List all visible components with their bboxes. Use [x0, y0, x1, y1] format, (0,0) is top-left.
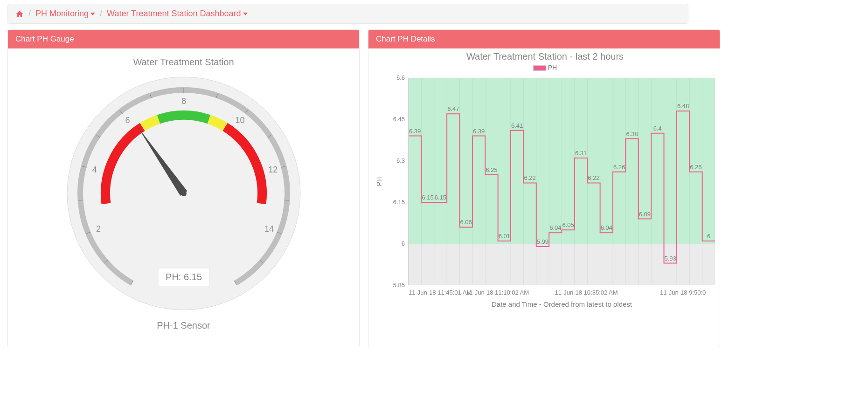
svg-text:11-Jun-18 11:45:01 AM: 11-Jun-18 11:45:01 AM — [409, 289, 472, 296]
svg-text:6.26: 6.26 — [613, 164, 625, 171]
svg-text:6.39: 6.39 — [473, 128, 485, 135]
svg-text:6.38: 6.38 — [626, 131, 638, 138]
svg-text:14: 14 — [264, 224, 273, 234]
chart-title: Water Treatment Station - last 2 hours — [372, 51, 718, 62]
breadcrumb-label: PH Monitoring — [35, 9, 89, 19]
gauge-value-label: PH: 6.15 — [166, 272, 202, 282]
home-icon — [15, 10, 24, 18]
svg-text:6.15: 6.15 — [393, 199, 405, 206]
breadcrumb-item-dashboard[interactable]: Water Treatment Station Dashboard — [107, 9, 247, 19]
breadcrumb-home[interactable] — [15, 10, 24, 18]
svg-text:12: 12 — [268, 165, 278, 174]
caret-down-icon — [90, 12, 95, 16]
breadcrumb-item-ph-monitoring[interactable]: PH Monitoring — [35, 9, 95, 19]
panel-title: Chart PH Gauge — [15, 34, 74, 43]
caret-down-icon — [243, 12, 248, 16]
breadcrumb-separator: / — [100, 9, 102, 19]
svg-text:6.01: 6.01 — [499, 233, 510, 240]
svg-text:6.22: 6.22 — [524, 174, 535, 181]
svg-text:11-Jun-18 11:10:02 AM: 11-Jun-18 11:10:02 AM — [466, 289, 529, 296]
breadcrumb-separator: / — [28, 9, 31, 19]
svg-text:6.39: 6.39 — [409, 128, 421, 135]
svg-text:5.85: 5.85 — [393, 282, 405, 289]
svg-text:6.15: 6.15 — [422, 194, 433, 201]
svg-text:6.3: 6.3 — [396, 157, 405, 164]
svg-text:6.4: 6.4 — [653, 125, 662, 132]
svg-text:2: 2 — [96, 224, 101, 234]
panel-body: Water Treatment Station - last 2 hours P… — [368, 48, 720, 322]
svg-text:6.41: 6.41 — [511, 122, 523, 129]
svg-text:11-Jun-18 10:35:02 AM: 11-Jun-18 10:35:02 AM — [555, 289, 618, 296]
legend-label: PH — [548, 64, 557, 71]
svg-text:6: 6 — [125, 116, 130, 125]
svg-text:6: 6 — [402, 240, 405, 247]
panels-row: Chart PH Gauge Water Treatment Station 2… — [0, 29, 728, 355]
breadcrumb: / PH Monitoring / Water Treatment Statio… — [7, 4, 688, 24]
svg-text:11-Jun-18 9:50:0: 11-Jun-18 9:50:0 — [660, 289, 706, 296]
svg-text:6: 6 — [707, 233, 710, 240]
svg-text:6.22: 6.22 — [588, 174, 599, 181]
svg-text:6.05: 6.05 — [562, 221, 574, 228]
svg-text:8: 8 — [181, 96, 186, 106]
breadcrumb-label: Water Treatment Station Dashboard — [107, 9, 241, 19]
svg-text:6.04: 6.04 — [549, 224, 561, 231]
svg-text:4: 4 — [92, 165, 97, 174]
panel-title: Chart PH Details — [376, 34, 435, 43]
svg-text:6.48: 6.48 — [677, 103, 689, 110]
svg-text:10: 10 — [235, 116, 244, 125]
svg-text:6.26: 6.26 — [690, 164, 701, 171]
panel-header: Chart PH Details — [368, 30, 720, 48]
svg-text:6.31: 6.31 — [575, 150, 587, 157]
gauge-chart[interactable]: 2468101214 PH: 6.15 — [62, 72, 305, 315]
svg-text:6.45: 6.45 — [393, 116, 405, 123]
svg-text:6.04: 6.04 — [601, 224, 612, 231]
svg-text:5.99: 5.99 — [537, 238, 549, 245]
panel-body: Water Treatment Station 2468101214 PH: 6… — [8, 48, 359, 347]
legend-swatch-ph — [533, 65, 546, 71]
svg-text:6.06: 6.06 — [460, 219, 472, 226]
svg-text:Date and Time - Ordered from l: Date and Time - Ordered from latest to o… — [492, 300, 632, 308]
panel-ph-gauge: Chart PH Gauge Water Treatment Station 2… — [7, 29, 360, 347]
panel-ph-details: Chart PH Details Water Treatment Station… — [368, 29, 720, 347]
gauge-title: Water Treatment Station — [8, 57, 359, 68]
svg-text:5.93: 5.93 — [665, 255, 676, 262]
svg-text:6.47: 6.47 — [447, 105, 459, 112]
chart-legend[interactable]: PH — [372, 64, 718, 71]
ph-line-chart[interactable]: 6.396.156.156.476.066.396.256.016.416.22… — [372, 73, 717, 320]
gauge-subtitle: PH-1 Sensor — [8, 320, 359, 331]
svg-point-26 — [181, 191, 187, 196]
svg-text:6.09: 6.09 — [639, 211, 651, 218]
svg-text:PH: PH — [375, 177, 383, 186]
svg-text:6.15: 6.15 — [435, 194, 446, 201]
svg-text:6.25: 6.25 — [486, 166, 497, 173]
panel-header: Chart PH Gauge — [8, 30, 359, 48]
svg-text:6.6: 6.6 — [396, 74, 405, 81]
svg-line-4 — [78, 200, 83, 200]
svg-line-14 — [284, 200, 289, 200]
